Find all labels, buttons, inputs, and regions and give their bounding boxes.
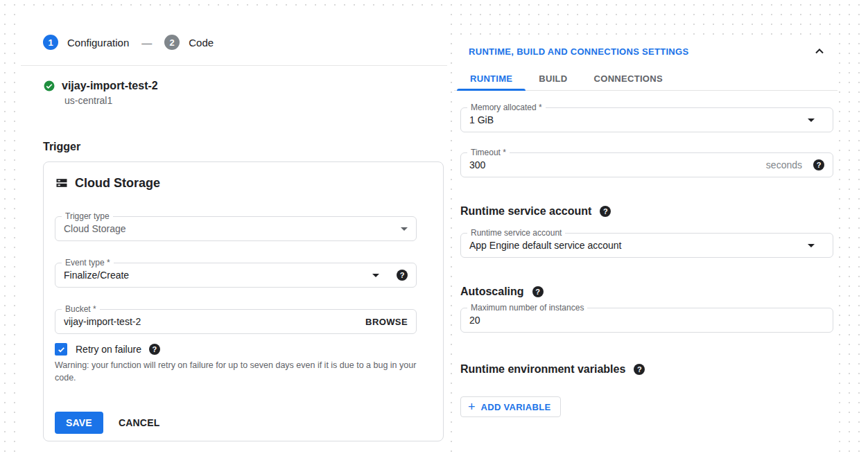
timeout-suffix: seconds (766, 159, 802, 170)
settings-tabs: RUNTIME BUILD CONNECTIONS (454, 67, 837, 91)
retry-checkbox[interactable] (55, 343, 67, 356)
add-variable-label: ADD VARIABLE (481, 402, 551, 412)
function-name: vijay-import-test-2 (62, 80, 158, 92)
add-variable-button[interactable]: + ADD VARIABLE (460, 396, 561, 417)
function-header: vijay-import-test-2 (43, 80, 447, 92)
cloud-storage-icon (55, 176, 69, 190)
configuration-panel: 1 Configuration — 2 Code vijay-import-te… (21, 7, 447, 456)
memory-allocated-value: 1 GiB (469, 114, 808, 125)
settings-section-toggle[interactable]: RUNTIME, BUILD AND CONNECTIONS SETTINGS (469, 46, 688, 57)
stepper-divider (21, 65, 447, 66)
chevron-down-icon (808, 244, 815, 247)
runtime-service-account-select[interactable]: Runtime service account App Engine defau… (460, 233, 833, 258)
service-account-help-icon[interactable]: ? (600, 206, 611, 217)
event-type-label: Event type * (62, 258, 114, 268)
trigger-type-value: Cloud Storage (64, 223, 401, 234)
runtime-service-account-value: App Engine default service account (469, 240, 808, 251)
bucket-field: Bucket * BROWSE (55, 309, 417, 334)
max-instances-field: Maximum number of instances (460, 308, 833, 333)
tab-runtime[interactable]: RUNTIME (457, 67, 526, 90)
trigger-section-heading: Trigger (43, 141, 447, 153)
runtime-settings-panel: RUNTIME, BUILD AND CONNECTIONS SETTINGS … (454, 35, 837, 456)
chevron-down-icon (372, 274, 379, 277)
tab-build[interactable]: BUILD (526, 67, 580, 90)
bucket-label: Bucket * (62, 305, 100, 314)
plus-icon: + (468, 401, 476, 413)
browse-button[interactable]: BROWSE (365, 317, 408, 327)
trigger-card: Cloud Storage Trigger type Cloud Storage… (43, 161, 444, 441)
tab-connections[interactable]: CONNECTIONS (581, 67, 676, 90)
retry-warning-text: Warning: your function will retry on fai… (55, 359, 433, 384)
env-variables-help-icon[interactable]: ? (634, 364, 645, 375)
trigger-card-title: Cloud Storage (75, 176, 160, 191)
autoscaling-heading: Autoscaling (460, 286, 524, 298)
bucket-input[interactable] (64, 316, 365, 327)
step-2-indicator[interactable]: 2 (164, 35, 180, 50)
autoscaling-help-icon[interactable]: ? (532, 286, 544, 297)
chevron-up-icon[interactable] (813, 44, 826, 58)
runtime-env-variables-heading: Runtime environment variables (460, 363, 625, 376)
runtime-service-account-label: Runtime service account (467, 229, 565, 238)
step-1-label: Configuration (67, 37, 129, 49)
save-button[interactable]: SAVE (55, 412, 103, 434)
step-1-indicator[interactable]: 1 (43, 35, 58, 50)
function-region: us-central1 (64, 95, 447, 106)
max-instances-input[interactable] (469, 315, 824, 326)
retry-label: Retry on failure (76, 344, 141, 355)
trigger-type-label: Trigger type (62, 212, 113, 221)
timeout-label: Timeout * (467, 148, 510, 157)
timeout-field: Timeout * seconds ? (460, 152, 833, 177)
event-type-help-icon[interactable]: ? (397, 270, 408, 281)
success-check-icon (43, 80, 55, 92)
chevron-down-icon (401, 227, 408, 231)
chevron-down-icon (808, 119, 815, 122)
event-type-select[interactable]: Event type * Finalize/Create ? (55, 263, 417, 288)
retry-help-icon[interactable]: ? (149, 344, 160, 355)
step-2-label: Code (189, 37, 214, 49)
timeout-input[interactable] (469, 159, 766, 170)
memory-allocated-label: Memory allocated * (467, 103, 546, 112)
trigger-type-select[interactable]: Trigger type Cloud Storage (55, 216, 417, 241)
cancel-button[interactable]: CANCEL (119, 417, 160, 428)
event-type-value: Finalize/Create (64, 270, 372, 281)
timeout-help-icon[interactable]: ? (813, 159, 824, 170)
runtime-service-account-heading: Runtime service account (460, 205, 591, 218)
step-separator: — (141, 37, 152, 49)
max-instances-label: Maximum number of instances (467, 304, 587, 313)
memory-allocated-select[interactable]: Memory allocated * 1 GiB (460, 107, 833, 132)
stepper: 1 Configuration — 2 Code (43, 35, 447, 50)
